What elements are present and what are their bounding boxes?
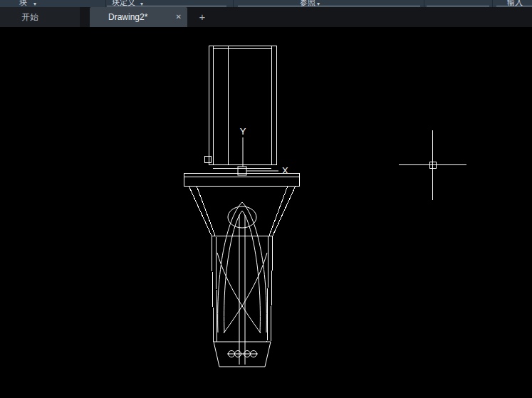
bottom-tip bbox=[214, 342, 271, 367]
tool-body bbox=[212, 236, 273, 342]
ribbon-underline bbox=[238, 6, 420, 6]
new-tab-button[interactable]: + bbox=[195, 9, 209, 25]
close-icon[interactable]: ✕ bbox=[176, 7, 182, 27]
ucs-x-label: X bbox=[282, 165, 288, 176]
tab-drawing2[interactable]: Drawing2* ✕ bbox=[90, 7, 187, 27]
top-cylinder bbox=[204, 46, 276, 168]
ribbon-panel-block[interactable]: 块 bbox=[19, 0, 27, 7]
ribbon-separator bbox=[233, 0, 234, 7]
ribbon-bar: 块 ▾ 块定义 ▾ 参照 ▾ 输入 bbox=[0, 0, 532, 7]
tab-drawing2-label: Drawing2* bbox=[108, 7, 147, 27]
crosshair-cursor bbox=[399, 130, 466, 200]
inner-profile bbox=[217, 202, 267, 365]
ribbon-separator bbox=[105, 0, 106, 7]
ribbon-underline bbox=[496, 6, 532, 6]
file-tab-bar: 开始 Drawing2* ✕ + bbox=[0, 7, 532, 27]
ucs-y-label: Y bbox=[240, 126, 246, 137]
drawing-canvas[interactable]: Y X bbox=[0, 27, 532, 398]
ribbon-underline bbox=[107, 6, 226, 6]
ribbon-separator bbox=[492, 0, 493, 7]
tab-start[interactable]: 开始 bbox=[0, 7, 80, 27]
ribbon-underline bbox=[427, 6, 489, 6]
ribbon-separator bbox=[424, 0, 424, 7]
chevron-down-icon[interactable]: ▾ bbox=[33, 1, 36, 7]
autocad-window: 块 ▾ 块定义 ▾ 参照 ▾ 输入 开始 Drawing2* ✕ + bbox=[0, 0, 532, 398]
cad-drawing: Y X bbox=[0, 27, 532, 398]
